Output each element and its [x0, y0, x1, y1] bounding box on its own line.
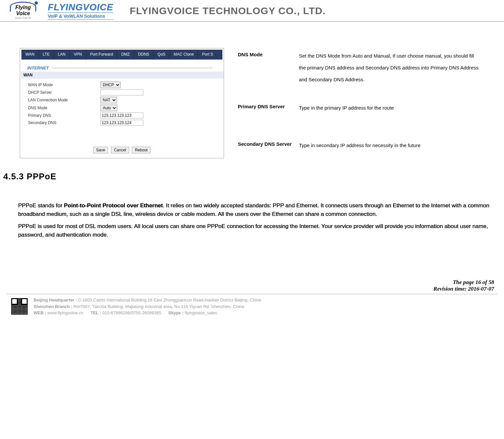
company-title: FLYINGVOICE TECHNOLOGY CO., LTD. — [130, 5, 326, 16]
label-primary-dns: Primary DNS — [28, 113, 100, 118]
brand-block: FLYINGVOICE VoIP & VoWLAN Solutions — [48, 2, 113, 20]
page-footer-info: The page 16 of 58 Revision time: 2016-07… — [0, 246, 504, 294]
revision-time: Revision time: 2016-07-07 — [0, 286, 494, 292]
brand-title: FLYINGVOICE — [48, 2, 113, 13]
tab-port-forward[interactable]: Port Forward — [86, 50, 117, 60]
label-lan-conn-mode: LAN Connection Mode — [28, 98, 100, 102]
cancel-button[interactable]: Cancel — [111, 147, 129, 153]
input-dhcp-server[interactable] — [100, 90, 143, 95]
desc-primary-dns-text: Type in the primary IP address for the r… — [295, 101, 484, 120]
reboot-button[interactable]: Reboot — [132, 147, 151, 153]
logo-icon: Flying Voice Voice Over IP — [5, 2, 41, 20]
tab-mac-clone[interactable]: MAC Clone — [170, 50, 198, 60]
tab-vpn[interactable]: VPN — [70, 50, 86, 60]
tab-qos[interactable]: QoS — [154, 50, 170, 60]
pppoe-para-1: PPPoE stands for Point-to-Point Protocol… — [18, 201, 491, 218]
wan-form: WAN IP Mode DHCP DHCP Server LAN Connect… — [21, 78, 222, 130]
button-row: Save Cancel Reboot — [21, 147, 222, 153]
field-description-table: DNS Mode Set the DNS Mode from Auto and … — [234, 48, 484, 158]
label-dns-mode: DNS Mode — [28, 106, 100, 110]
select-lan-conn-mode[interactable]: NAT — [100, 97, 117, 103]
internet-section-header: INTERNET — [21, 65, 222, 70]
desc-secondary-dns-text: Type in secondary IP address for necessi… — [295, 138, 484, 158]
page-number: The page 16 of 58 — [0, 279, 494, 286]
desc-dns-mode-text: Set the DNS Mode from Auto and Manual, I… — [295, 49, 484, 100]
pppoe-description: PPPoE stands for Point-to-Point Protocol… — [0, 195, 504, 246]
tab-port-s[interactable]: Port S — [198, 50, 222, 60]
save-button[interactable]: Save — [93, 147, 108, 153]
tab-lte[interactable]: LTE — [39, 50, 54, 60]
tab-dmz[interactable]: DMZ — [117, 50, 134, 60]
page-header: Flying Voice Voice Over IP FLYINGVOICE V… — [0, 0, 504, 22]
brand-subtitle: VoIP & VoWLAN Solutions — [48, 13, 113, 20]
pppoe-para-2: PPPoE is used for most of DSL modem user… — [18, 222, 491, 239]
select-wan-ip-mode[interactable]: DHCP — [100, 82, 121, 88]
tab-lan[interactable]: LAN — [54, 50, 70, 60]
tab-ddns[interactable]: DDNS — [134, 50, 154, 60]
config-screenshot: WAN LTE LAN VPN Port Forward DMZ DDNS Qo… — [20, 48, 224, 158]
input-primary-dns[interactable] — [100, 113, 143, 118]
wan-section-label: WAN — [21, 72, 223, 78]
desc-primary-dns-name: Primary DNS Server — [235, 101, 295, 120]
select-dns-mode[interactable]: Auto — [100, 105, 117, 111]
logo-subtitle: Voice Over IP — [15, 16, 31, 19]
desc-dns-mode-name: DNS Mode — [235, 49, 295, 100]
qr-code-icon — [10, 297, 29, 316]
input-secondary-dns[interactable] — [100, 120, 143, 126]
section-heading-pppoe: 4.5.3 PPPoE — [0, 165, 504, 195]
desc-secondary-dns-name: Secondary DNS Server — [235, 138, 295, 158]
footer-contact-lines: Beijing Headquarter : C-1603,Caizhi Inte… — [34, 297, 497, 316]
label-dhcp-server: DHCP Server — [28, 90, 100, 95]
tab-wan[interactable]: WAN — [21, 50, 39, 60]
label-secondary-dns: Secondary DNS — [28, 120, 100, 125]
tab-strip: WAN LTE LAN VPN Port Forward DMZ DDNS Qo… — [21, 50, 222, 60]
label-wan-ip-mode: WAN IP Mode — [28, 83, 100, 87]
footer-bar: Beijing Headquarter : C-1603,Caizhi Inte… — [0, 294, 504, 316]
internet-label: INTERNET — [21, 65, 52, 70]
